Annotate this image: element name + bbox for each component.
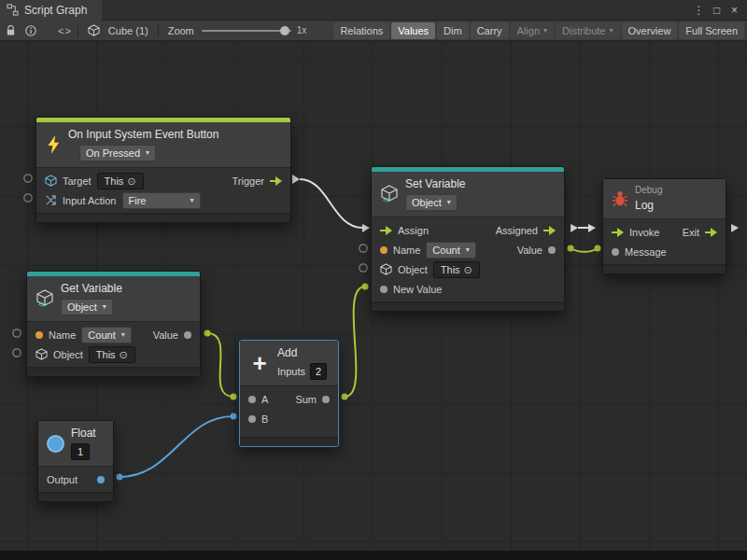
variable-name-dropdown[interactable]: Count ▾ xyxy=(426,242,475,259)
variable-name-dropdown[interactable]: Count ▾ xyxy=(81,327,131,343)
exec-port-icon[interactable] xyxy=(380,226,392,235)
input-action-icon xyxy=(45,194,57,206)
value-port[interactable] xyxy=(184,331,191,339)
zoom-slider[interactable] xyxy=(202,25,291,36)
inspect-button[interactable] xyxy=(21,21,41,41)
input-a-row: A Sum xyxy=(240,389,338,409)
toolbar-divider xyxy=(78,24,78,37)
node-footer xyxy=(38,492,113,501)
value-label: Value xyxy=(517,245,543,256)
zoom-slider-knob[interactable] xyxy=(280,26,289,35)
svg-text:<>: <> xyxy=(383,196,392,203)
chevron-down-icon: ▾ xyxy=(610,26,613,35)
value-label: Value xyxy=(153,329,178,341)
exec-port-icon[interactable] xyxy=(705,228,717,237)
zoom-label: Zoom xyxy=(168,25,194,36)
maximize-icon[interactable]: □ xyxy=(709,1,725,20)
node-add[interactable]: + Add Inputs 2 A Sum B xyxy=(239,340,339,447)
tab-script-graph[interactable]: Script Graph xyxy=(0,0,102,21)
node-body: Name Count ▾ Value Object This ⊙ xyxy=(27,321,200,367)
graph-icon xyxy=(7,4,19,16)
exit-label: Exit xyxy=(683,227,699,238)
code-view-icon[interactable]: <> xyxy=(58,25,72,36)
input-action-dropdown[interactable]: Fire ▾ xyxy=(122,192,201,209)
script-graph-window: Script Graph ⋮ □ × <> xyxy=(0,0,747,560)
node-body: Assign Assigned Name Count ▾ Value xyxy=(372,217,564,301)
relations-button[interactable]: Relations xyxy=(333,22,389,39)
value-port[interactable] xyxy=(380,286,388,293)
bottom-strip xyxy=(0,551,747,560)
align-button[interactable]: Align▾ xyxy=(511,22,554,39)
variable-scope-dropdown[interactable]: Object ▾ xyxy=(405,194,458,211)
value-port[interactable] xyxy=(248,415,256,423)
gameobject-icon xyxy=(45,175,57,187)
lock-button[interactable] xyxy=(0,21,21,41)
value-port[interactable] xyxy=(612,248,619,256)
exec-port-icon[interactable] xyxy=(270,176,282,186)
node-get-variable[interactable]: <> Get Variable Object ▾ Name Count ▾ Va… xyxy=(26,271,201,377)
chevron-down-icon: ▾ xyxy=(466,244,470,257)
zoom-slider-track xyxy=(202,30,291,32)
node-header: <> Set Variable Object ▾ xyxy=(372,172,564,217)
assign-label: Assign xyxy=(398,225,429,236)
chevron-down-icon: ▾ xyxy=(190,194,193,207)
distribute-button[interactable]: Distribute▾ xyxy=(556,22,619,39)
value-port[interactable] xyxy=(248,396,256,403)
variable-icon: <> xyxy=(35,289,54,308)
node-debug-log[interactable]: Debug Log Invoke Exit Message xyxy=(602,178,726,274)
dim-button[interactable]: Dim xyxy=(437,22,469,39)
inputs-count-field[interactable]: 2 xyxy=(310,363,327,380)
target-icon: ⊙ xyxy=(464,263,472,276)
object-this-button[interactable]: This ⊙ xyxy=(433,261,480,278)
window-controls: ⋮ □ × xyxy=(691,1,747,20)
float-port[interactable] xyxy=(97,476,105,483)
exec-port-icon[interactable] xyxy=(543,226,556,235)
chevron-down-icon: ▾ xyxy=(146,147,149,160)
output-row: Output xyxy=(38,469,113,489)
node-body: A Sum B xyxy=(240,385,338,437)
node-set-variable[interactable]: <> Set Variable Object ▾ Assign Assigned xyxy=(371,166,565,312)
menu-icon[interactable]: ⋮ xyxy=(691,1,707,20)
node-body: Target This ⊙ Trigger Input Action Fire xyxy=(36,167,290,213)
carry-button[interactable]: Carry xyxy=(471,22,509,39)
graph-object-name: Cube (1) xyxy=(108,25,148,36)
graph-toolbar: <> Cube (1) Zoom 1x Relations Values Dim… xyxy=(0,21,747,41)
a-label: A xyxy=(261,394,268,405)
string-port[interactable] xyxy=(35,331,43,339)
inputs-label: Inputs xyxy=(277,366,305,377)
target-icon: ⊙ xyxy=(127,175,135,188)
overview-button[interactable]: Overview xyxy=(622,22,678,39)
message-label: Message xyxy=(625,246,667,258)
cube-icon xyxy=(380,263,392,275)
event-mode-dropdown[interactable]: On Pressed ▾ xyxy=(79,145,156,161)
chevron-down-icon: ▾ xyxy=(543,26,547,35)
node-header: + Add Inputs 2 xyxy=(240,341,338,385)
info-icon xyxy=(25,25,36,36)
value-port[interactable] xyxy=(322,396,330,403)
title-bar: Script Graph ⋮ □ × xyxy=(0,0,747,21)
object-label: Object xyxy=(53,349,83,360)
trigger-label: Trigger xyxy=(233,175,264,187)
toolbar-divider xyxy=(158,24,159,37)
object-this-button[interactable]: This ⊙ xyxy=(89,346,135,363)
sum-label: Sum xyxy=(295,394,317,405)
float-icon xyxy=(47,435,64,453)
node-footer xyxy=(372,301,564,311)
variable-scope-dropdown[interactable]: Object ▾ xyxy=(61,299,113,315)
string-port[interactable] xyxy=(380,246,388,254)
zoom-value: 1x xyxy=(297,25,307,35)
fullscreen-button[interactable]: Full Screen xyxy=(679,22,744,39)
target-this-button[interactable]: This ⊙ xyxy=(97,173,144,189)
exec-port-icon[interactable] xyxy=(612,228,624,237)
invoke-row: Invoke Exit xyxy=(603,222,726,242)
node-title: Log xyxy=(635,199,654,213)
close-icon[interactable]: × xyxy=(726,1,742,20)
float-value-field[interactable]: 1 xyxy=(71,443,90,460)
values-button[interactable]: Values xyxy=(391,22,435,39)
node-on-input-system-event-button[interactable]: On Input System Event Button On Pressed … xyxy=(35,117,291,223)
node-float[interactable]: Float 1 Output xyxy=(37,420,114,502)
name-row: Name Count ▾ Value xyxy=(372,240,564,259)
node-footer xyxy=(27,367,200,376)
value-port[interactable] xyxy=(548,246,556,254)
node-category: Debug xyxy=(635,185,662,196)
